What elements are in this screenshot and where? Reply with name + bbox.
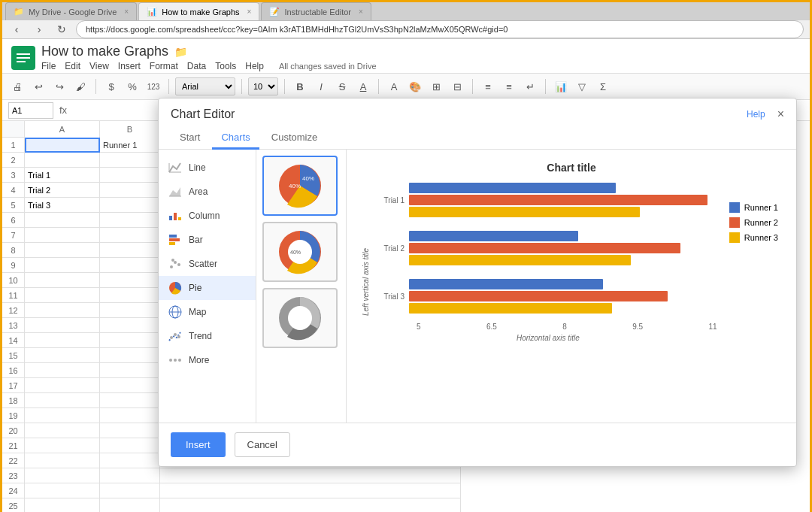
cell-a22[interactable] [25,453,100,468]
insert-button[interactable]: Insert [171,432,226,457]
chart-subtype-3[interactable] [262,288,338,348]
cell-b24[interactable] [100,483,160,498]
cell-a6[interactable] [25,213,100,228]
align-center-button[interactable]: ≡ [500,77,518,95]
cell-a4[interactable]: Trial 2 [25,183,100,198]
cell-a3[interactable]: Trial 1 [25,168,100,183]
col-header-b[interactable]: B [100,121,160,138]
tab-start[interactable]: Start [171,127,209,150]
cell-b5[interactable] [100,198,160,213]
strikethrough-button[interactable]: S [333,77,351,95]
chart-type-pie[interactable]: Pie [159,276,256,300]
cell-b4[interactable] [100,183,160,198]
cell-a17[interactable] [25,378,100,393]
tab-google-drive[interactable]: 📁 My Drive - Google Drive × [5,2,137,20]
menu-data[interactable]: Data [187,61,206,71]
back-button[interactable]: ‹ [8,21,25,38]
cell-b16[interactable] [100,363,160,378]
cell-a7[interactable] [25,228,100,243]
cell-a16[interactable] [25,363,100,378]
insert-chart-button[interactable]: 📊 [552,77,570,95]
chart-type-map[interactable]: Map [159,300,256,324]
undo-button[interactable]: ↩ [29,77,47,95]
cell-b7[interactable] [100,228,160,243]
paint-format-button[interactable]: 🖌 [71,77,89,95]
cell-b2[interactable] [100,153,160,168]
font-family-select[interactable]: Arial [175,77,235,95]
url-bar[interactable]: https://docs.google.com/spreadsheet/ccc?… [76,20,804,38]
tab-close-instructable[interactable]: × [359,8,363,16]
bold-button[interactable]: B [291,77,309,95]
percent-button[interactable]: % [123,77,141,95]
tab-instructable[interactable]: 📝 Instructable Editor × [261,2,371,20]
cell-a18[interactable] [25,393,100,408]
number-format-button[interactable]: 123 [144,77,162,95]
menu-insert[interactable]: Insert [118,61,141,71]
refresh-button[interactable]: ↻ [53,21,70,38]
chart-type-column[interactable]: Column [159,204,256,228]
cell-b9[interactable] [100,258,160,273]
cell-a1[interactable] [25,138,100,153]
cell-b15[interactable] [100,348,160,363]
currency-button[interactable]: $ [102,77,120,95]
dialog-close-button[interactable]: × [777,108,784,121]
cell-b22[interactable] [100,453,160,468]
wrap-text-button[interactable]: ↵ [521,77,539,95]
cell-a13[interactable] [25,318,100,333]
cell-a24[interactable] [25,483,100,498]
cell-b18[interactable] [100,393,160,408]
cell-b14[interactable] [100,333,160,348]
col-header-a[interactable]: A [25,121,100,138]
menu-view[interactable]: View [89,61,109,71]
cell-a11[interactable] [25,288,100,303]
text-color-button[interactable]: A [385,77,403,95]
menu-edit[interactable]: Edit [65,61,80,71]
cell-a2[interactable] [25,153,100,168]
insert-filter-button[interactable]: ▽ [573,77,591,95]
cell-b10[interactable] [100,273,160,288]
italic-button[interactable]: I [312,77,330,95]
forward-button[interactable]: › [31,21,47,38]
font-size-select[interactable]: 10 [248,77,278,95]
tab-graphs[interactable]: 📊 How to make Graphs × [138,2,259,20]
cell-a21[interactable] [25,438,100,453]
redo-button[interactable]: ↪ [50,77,68,95]
cell-a8[interactable] [25,243,100,258]
menu-format[interactable]: Format [150,61,178,71]
cell-a12[interactable] [25,303,100,318]
borders-button[interactable]: ⊞ [427,77,445,95]
chart-subtype-1[interactable]: 40% 40% [262,156,338,216]
chart-type-line[interactable]: Line [159,156,256,180]
cell-a9[interactable] [25,258,100,273]
cell-b19[interactable] [100,408,160,423]
menu-file[interactable]: File [41,61,56,71]
cell-reference-input[interactable] [8,102,53,119]
tab-customize[interactable]: Customize [262,127,326,150]
cell-b8[interactable] [100,243,160,258]
cancel-button[interactable]: Cancel [235,432,290,457]
chart-type-trend[interactable]: Trend [159,324,256,348]
cell-b23[interactable] [100,468,160,483]
cell-a20[interactable] [25,423,100,438]
menu-help[interactable]: Help [245,61,264,71]
cell-b20[interactable] [100,423,160,438]
cell-a25[interactable] [25,498,100,512]
cell-b1[interactable]: Runner 1 [100,138,160,153]
dialog-help-link[interactable]: Help [747,109,765,120]
cell-b13[interactable] [100,318,160,333]
cell-b25[interactable] [100,498,160,512]
cell-b6[interactable] [100,213,160,228]
chart-type-bar[interactable]: Bar [159,228,256,252]
cell-b12[interactable] [100,303,160,318]
chart-type-more[interactable]: More [159,348,256,372]
cell-b11[interactable] [100,288,160,303]
align-left-button[interactable]: ≡ [479,77,497,95]
chart-subtype-2[interactable]: 40% [262,222,338,282]
tab-charts[interactable]: Charts [212,127,259,150]
cell-b21[interactable] [100,438,160,453]
merge-button[interactable]: ⊟ [448,77,466,95]
cell-b17[interactable] [100,378,160,393]
underline-button[interactable]: A [354,77,372,95]
cell-a10[interactable] [25,273,100,288]
cell-a14[interactable] [25,333,100,348]
